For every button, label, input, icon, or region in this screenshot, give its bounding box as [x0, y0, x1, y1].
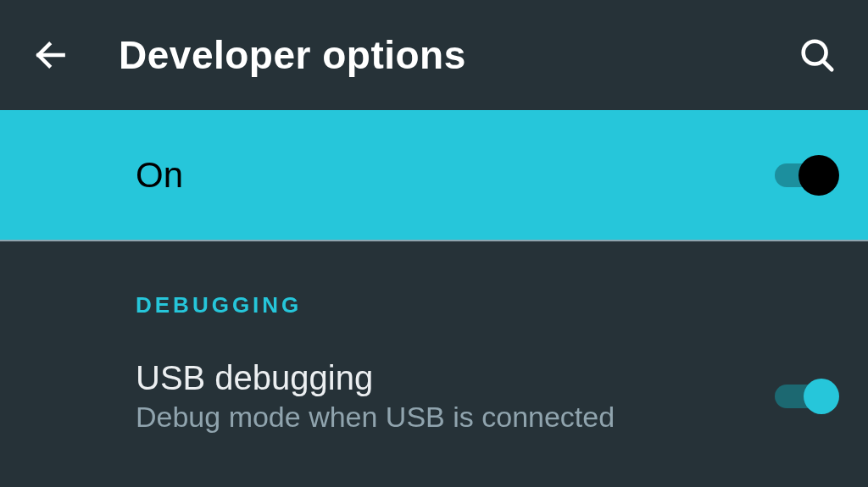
section-debugging: DEBUGGING USB debugging Debug mode when …	[0, 241, 868, 434]
master-toggle-label: On	[136, 155, 763, 196]
setting-usb-debugging[interactable]: USB debugging Debug mode when USB is con…	[136, 359, 834, 434]
developer-options-master-toggle[interactable]: On	[0, 110, 868, 241]
search-icon	[798, 36, 837, 75]
usb-debugging-switch[interactable]	[763, 376, 834, 417]
setting-subtitle-usb-debugging: Debug mode when USB is connected	[136, 401, 763, 434]
back-button[interactable]	[25, 30, 76, 80]
back-arrow-icon	[32, 36, 70, 74]
appbar: Developer options	[0, 0, 868, 110]
setting-title-usb-debugging: USB debugging	[136, 359, 763, 397]
switch-thumb	[804, 379, 839, 414]
page-title: Developer options	[119, 32, 792, 78]
section-header-debugging: DEBUGGING	[136, 292, 834, 318]
master-toggle-switch[interactable]	[763, 155, 834, 196]
search-button[interactable]	[792, 30, 843, 80]
setting-text: USB debugging Debug mode when USB is con…	[136, 359, 763, 434]
switch-thumb	[798, 155, 839, 196]
